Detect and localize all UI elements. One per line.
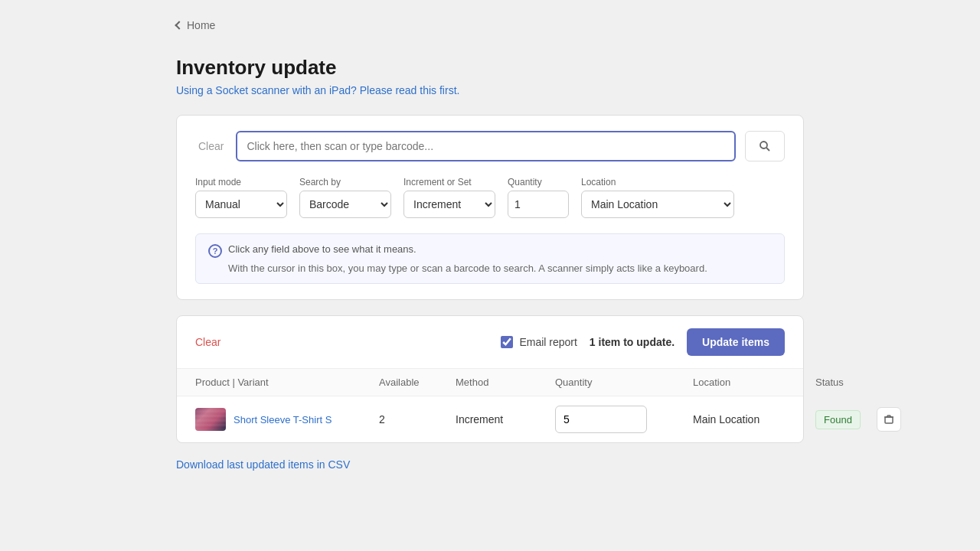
search-by-select[interactable]: Barcode SKU Title <box>299 191 391 218</box>
search-button[interactable] <box>745 131 785 161</box>
trash-icon <box>884 414 894 425</box>
svg-line-1 <box>766 148 769 151</box>
col-product: Product | Variant <box>195 377 379 388</box>
search-by-group: Search by Barcode SKU Title <box>299 177 391 218</box>
email-report-row: Email report <box>501 336 577 348</box>
increment-set-select[interactable]: Increment Set <box>403 191 495 218</box>
input-mode-label: Input mode <box>195 177 287 187</box>
increment-set-group: Increment or Set Increment Set <box>403 177 495 218</box>
input-mode-group: Input mode Manual Automatic <box>195 177 287 218</box>
filters-row: Input mode Manual Automatic Search by Ba… <box>195 177 785 218</box>
delete-row-button[interactable] <box>877 407 901 432</box>
product-thumbnail <box>195 408 226 431</box>
location-label: Location <box>581 177 734 187</box>
increment-set-label: Increment or Set <box>403 177 495 187</box>
update-items-button[interactable]: Update items <box>687 328 785 356</box>
col-location: Location <box>693 377 815 388</box>
status-cell: Found <box>815 410 877 429</box>
product-cell: Short Sleeve T-Shirt S <box>195 408 379 431</box>
row-quantity-input[interactable] <box>555 406 647 433</box>
actions-cell <box>877 407 915 432</box>
method-cell: Increment <box>456 413 555 425</box>
col-actions <box>877 377 915 388</box>
barcode-input[interactable] <box>236 131 736 161</box>
help-box: ? Click any field above to see what it m… <box>195 233 785 284</box>
help-icon: ? <box>208 244 222 258</box>
svg-point-0 <box>760 142 767 148</box>
clear-top-button[interactable]: Clear <box>195 140 227 152</box>
back-link[interactable]: Home <box>176 19 215 31</box>
scanner-card: Clear Input mode Manual Automatic <box>176 115 804 300</box>
location-group: Location Main Location <box>581 177 734 218</box>
chevron-left-icon <box>175 21 183 29</box>
items-card: Clear Email report 1 item to update. Upd… <box>176 315 804 443</box>
clear-bottom-button[interactable]: Clear <box>195 336 220 348</box>
search-icon <box>759 140 771 152</box>
table-header: Product | Variant Available Method Quant… <box>177 369 803 396</box>
page-subtitle-link[interactable]: Using a Socket scanner with an iPad? Ple… <box>176 84 459 96</box>
location-select[interactable]: Main Location <box>581 191 734 218</box>
location-cell: Main Location <box>693 413 815 425</box>
help-secondary-text: With the cursor in this box, you may typ… <box>208 262 772 274</box>
input-mode-select[interactable]: Manual Automatic <box>195 191 287 218</box>
available-cell: 2 <box>379 413 456 425</box>
scanner-row: Clear <box>195 131 785 161</box>
col-available: Available <box>379 377 456 388</box>
email-report-label: Email report <box>519 336 577 348</box>
status-badge: Found <box>815 410 861 429</box>
quantity-input[interactable] <box>508 191 569 218</box>
svg-rect-2 <box>885 417 893 423</box>
action-bar: Clear Email report 1 item to update. Upd… <box>177 316 803 369</box>
table-row: Short Sleeve T-Shirt S 2 Increment Main … <box>177 396 803 442</box>
items-count: 1 item to update. <box>590 336 675 348</box>
quantity-group: Quantity <box>508 177 569 218</box>
col-status: Status <box>815 377 877 388</box>
email-report-checkbox[interactable] <box>501 336 513 348</box>
search-by-label: Search by <box>299 177 391 187</box>
footer: Download last updated items in CSV <box>176 458 804 471</box>
help-primary-row: ? Click any field above to see what it m… <box>208 243 772 258</box>
help-primary-text: Click any field above to see what it mea… <box>228 243 416 255</box>
product-name-link[interactable]: Short Sleeve T-Shirt S <box>234 414 332 425</box>
col-method: Method <box>456 377 555 388</box>
page-title: Inventory update <box>176 56 804 80</box>
back-label: Home <box>187 19 215 31</box>
csv-download-link[interactable]: Download last updated items in CSV <box>176 458 350 471</box>
quantity-cell <box>555 406 693 433</box>
quantity-label: Quantity <box>508 177 569 187</box>
col-quantity: Quantity <box>555 377 693 388</box>
